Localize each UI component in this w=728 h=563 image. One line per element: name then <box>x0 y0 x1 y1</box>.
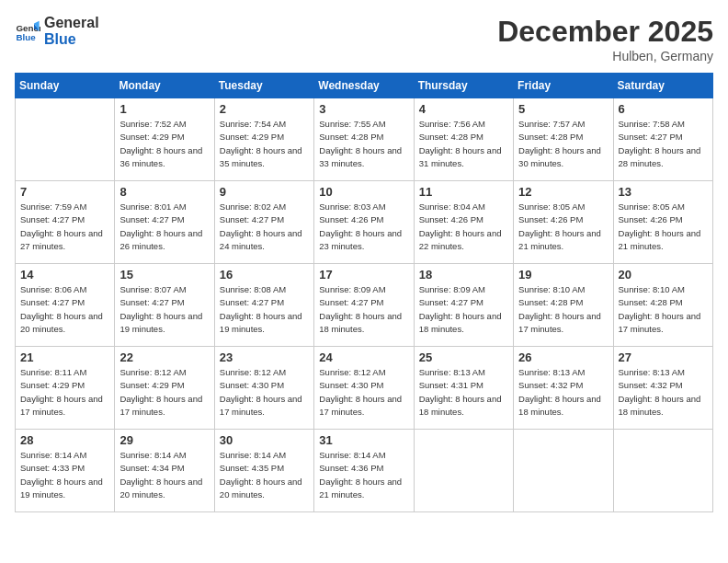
day-info: Sunrise: 8:14 AMSunset: 4:36 PMDaylight:… <box>319 449 408 501</box>
logo-general-text: General <box>44 15 99 31</box>
calendar-cell-5-7 <box>613 430 712 512</box>
day-info: Sunrise: 8:09 AMSunset: 4:27 PMDaylight:… <box>319 283 408 336</box>
weekday-header-row: SundayMondayTuesdayWednesdayThursdayFrid… <box>16 74 713 98</box>
day-number: 7 <box>20 185 109 199</box>
calendar-cell-5-3: 30Sunrise: 8:14 AMSunset: 4:35 PMDayligh… <box>214 430 313 512</box>
logo-icon: General Blue <box>15 18 40 44</box>
weekday-header-wednesday: Wednesday <box>314 74 414 98</box>
calendar-cell-5-6 <box>514 430 613 512</box>
day-info: Sunrise: 8:10 AMSunset: 4:28 PMDaylight:… <box>518 283 608 336</box>
calendar-cell-1-7: 6Sunrise: 7:58 AMSunset: 4:27 PMDaylight… <box>613 98 712 181</box>
day-info: Sunrise: 7:57 AMSunset: 4:28 PMDaylight:… <box>518 118 608 170</box>
day-info: Sunrise: 7:59 AMSunset: 4:27 PMDaylight:… <box>20 201 109 253</box>
day-info: Sunrise: 8:06 AMSunset: 4:27 PMDaylight:… <box>20 283 109 336</box>
calendar-cell-3-4: 17Sunrise: 8:09 AMSunset: 4:27 PMDayligh… <box>314 264 414 347</box>
day-number: 11 <box>419 185 508 199</box>
day-number: 23 <box>220 350 309 364</box>
week-row-5: 28Sunrise: 8:14 AMSunset: 4:33 PMDayligh… <box>16 430 713 512</box>
week-row-4: 21Sunrise: 8:11 AMSunset: 4:29 PMDayligh… <box>16 347 713 430</box>
day-number: 4 <box>419 102 508 116</box>
calendar-cell-5-5 <box>414 430 513 512</box>
calendar-cell-3-1: 14Sunrise: 8:06 AMSunset: 4:27 PMDayligh… <box>16 264 115 347</box>
calendar-cell-3-6: 19Sunrise: 8:10 AMSunset: 4:28 PMDayligh… <box>514 264 613 347</box>
calendar-cell-2-1: 7Sunrise: 7:59 AMSunset: 4:27 PMDaylight… <box>16 181 115 264</box>
calendar-cell-4-5: 25Sunrise: 8:13 AMSunset: 4:31 PMDayligh… <box>414 347 513 430</box>
day-info: Sunrise: 8:02 AMSunset: 4:27 PMDaylight:… <box>220 201 309 253</box>
calendar-cell-4-6: 26Sunrise: 8:13 AMSunset: 4:32 PMDayligh… <box>514 347 613 430</box>
day-number: 9 <box>220 185 309 199</box>
calendar-cell-2-5: 11Sunrise: 8:04 AMSunset: 4:26 PMDayligh… <box>414 181 513 264</box>
weekday-header-tuesday: Tuesday <box>214 74 313 98</box>
calendar-cell-2-7: 13Sunrise: 8:05 AMSunset: 4:26 PMDayligh… <box>613 181 712 264</box>
calendar-cell-4-4: 24Sunrise: 8:12 AMSunset: 4:30 PMDayligh… <box>314 347 414 430</box>
day-info: Sunrise: 8:11 AMSunset: 4:29 PMDaylight:… <box>20 366 109 419</box>
calendar-cell-5-1: 28Sunrise: 8:14 AMSunset: 4:33 PMDayligh… <box>16 430 115 512</box>
day-info: Sunrise: 8:01 AMSunset: 4:27 PMDaylight:… <box>119 201 209 253</box>
day-number: 30 <box>220 433 309 447</box>
calendar-cell-4-7: 27Sunrise: 8:13 AMSunset: 4:32 PMDayligh… <box>613 347 712 430</box>
calendar-cell-2-6: 12Sunrise: 8:05 AMSunset: 4:26 PMDayligh… <box>514 181 613 264</box>
svg-text:Blue: Blue <box>16 31 36 41</box>
calendar-cell-3-5: 18Sunrise: 8:09 AMSunset: 4:27 PMDayligh… <box>414 264 513 347</box>
day-info: Sunrise: 8:05 AMSunset: 4:26 PMDaylight:… <box>619 201 708 253</box>
day-number: 12 <box>518 185 608 199</box>
day-number: 15 <box>119 268 209 282</box>
day-info: Sunrise: 8:14 AMSunset: 4:34 PMDaylight:… <box>119 449 209 501</box>
day-number: 22 <box>119 350 209 364</box>
day-info: Sunrise: 7:55 AMSunset: 4:28 PMDaylight:… <box>319 118 408 170</box>
day-info: Sunrise: 8:12 AMSunset: 4:30 PMDaylight:… <box>319 366 408 419</box>
calendar-cell-5-2: 29Sunrise: 8:14 AMSunset: 4:34 PMDayligh… <box>115 430 214 512</box>
day-number: 17 <box>319 268 408 282</box>
day-info: Sunrise: 8:10 AMSunset: 4:28 PMDaylight:… <box>619 283 708 336</box>
day-number: 8 <box>119 185 209 199</box>
calendar-cell-1-3: 2Sunrise: 7:54 AMSunset: 4:29 PMDaylight… <box>214 98 313 181</box>
day-info: Sunrise: 8:07 AMSunset: 4:27 PMDaylight:… <box>119 283 209 336</box>
day-number: 20 <box>619 268 708 282</box>
day-number: 1 <box>119 102 209 116</box>
day-info: Sunrise: 8:12 AMSunset: 4:29 PMDaylight:… <box>119 366 209 419</box>
calendar-cell-4-3: 23Sunrise: 8:12 AMSunset: 4:30 PMDayligh… <box>214 347 313 430</box>
location-subtitle: Hulben, Germany <box>497 49 713 63</box>
day-info: Sunrise: 8:12 AMSunset: 4:30 PMDaylight:… <box>220 366 309 419</box>
calendar-cell-3-7: 20Sunrise: 8:10 AMSunset: 4:28 PMDayligh… <box>613 264 712 347</box>
day-number: 24 <box>319 350 408 364</box>
day-number: 5 <box>518 102 608 116</box>
week-row-2: 7Sunrise: 7:59 AMSunset: 4:27 PMDaylight… <box>16 181 713 264</box>
day-info: Sunrise: 7:58 AMSunset: 4:27 PMDaylight:… <box>619 118 708 170</box>
day-number: 31 <box>319 433 408 447</box>
calendar-cell-1-1 <box>16 98 115 181</box>
day-info: Sunrise: 8:05 AMSunset: 4:26 PMDaylight:… <box>518 201 608 253</box>
day-number: 14 <box>20 268 109 282</box>
logo-blue-text: Blue <box>44 31 99 48</box>
day-number: 28 <box>20 433 109 447</box>
calendar-cell-2-2: 8Sunrise: 8:01 AMSunset: 4:27 PMDaylight… <box>115 181 214 264</box>
calendar-cell-1-5: 4Sunrise: 7:56 AMSunset: 4:28 PMDaylight… <box>414 98 513 181</box>
calendar-cell-3-3: 16Sunrise: 8:08 AMSunset: 4:27 PMDayligh… <box>214 264 313 347</box>
day-number: 29 <box>119 433 209 447</box>
day-info: Sunrise: 8:13 AMSunset: 4:31 PMDaylight:… <box>419 366 508 419</box>
title-area: December 2025 Hulben, Germany <box>497 15 713 63</box>
day-number: 16 <box>220 268 309 282</box>
calendar-cell-4-2: 22Sunrise: 8:12 AMSunset: 4:29 PMDayligh… <box>115 347 214 430</box>
day-number: 19 <box>518 268 608 282</box>
day-number: 18 <box>419 268 508 282</box>
day-number: 26 <box>518 350 608 364</box>
month-year-title: December 2025 <box>497 15 713 49</box>
day-info: Sunrise: 8:14 AMSunset: 4:35 PMDaylight:… <box>220 449 309 501</box>
weekday-header-friday: Friday <box>514 74 613 98</box>
day-info: Sunrise: 8:13 AMSunset: 4:32 PMDaylight:… <box>619 366 708 419</box>
weekday-header-monday: Monday <box>115 74 214 98</box>
weekday-header-sunday: Sunday <box>16 74 115 98</box>
day-info: Sunrise: 7:52 AMSunset: 4:29 PMDaylight:… <box>119 118 209 170</box>
calendar-cell-4-1: 21Sunrise: 8:11 AMSunset: 4:29 PMDayligh… <box>16 347 115 430</box>
calendar-cell-1-6: 5Sunrise: 7:57 AMSunset: 4:28 PMDaylight… <box>514 98 613 181</box>
weekday-header-thursday: Thursday <box>414 74 513 98</box>
calendar-cell-1-2: 1Sunrise: 7:52 AMSunset: 4:29 PMDaylight… <box>115 98 214 181</box>
calendar-cell-1-4: 3Sunrise: 7:55 AMSunset: 4:28 PMDaylight… <box>314 98 414 181</box>
day-number: 3 <box>319 102 408 116</box>
calendar-cell-5-4: 31Sunrise: 8:14 AMSunset: 4:36 PMDayligh… <box>314 430 414 512</box>
week-row-3: 14Sunrise: 8:06 AMSunset: 4:27 PMDayligh… <box>16 264 713 347</box>
calendar-cell-2-4: 10Sunrise: 8:03 AMSunset: 4:26 PMDayligh… <box>314 181 414 264</box>
day-number: 13 <box>619 185 708 199</box>
day-info: Sunrise: 8:13 AMSunset: 4:32 PMDaylight:… <box>518 366 608 419</box>
